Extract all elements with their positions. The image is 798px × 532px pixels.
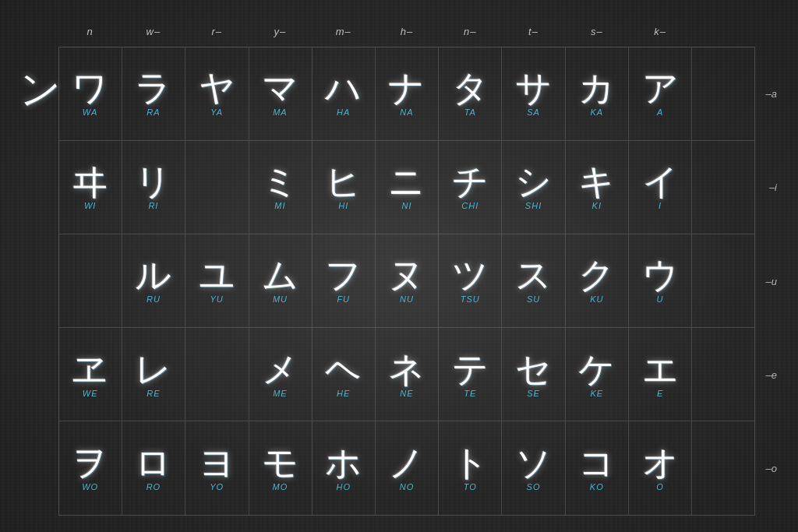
kana-char-he: ヘ (325, 351, 362, 387)
kana-char-ke: ケ (578, 351, 615, 387)
kana-char-yo: ヨ (199, 445, 235, 481)
kana-romanji-ra: RA (147, 107, 160, 117)
kana-char-no: ノ (388, 445, 425, 481)
kana-char-ha: ハ (325, 70, 362, 106)
kana-romanji-yo: YO (210, 482, 224, 491)
kana-char-mu: ム (262, 257, 298, 293)
kana-cell-ye-empty (185, 328, 249, 421)
kana-char-so: ソ (515, 445, 552, 481)
kana-cell-we: ヱ WE (58, 328, 122, 421)
kana-cell-ro: ロ RO (122, 421, 185, 515)
column-headers: n w– r– y– m– h– n– t– s (58, 17, 755, 47)
kana-cell-empty-o (692, 421, 755, 515)
kana-char-se: セ (515, 351, 552, 387)
kana-char-fu: フ (325, 257, 362, 293)
row-header-u: –u (755, 275, 777, 287)
kana-cell-ha: ハ HA (312, 47, 375, 140)
kana-romanji-sa: SA (527, 107, 540, 117)
kana-romanji-ko: KO (590, 482, 604, 491)
kana-romanji-mi: MI (274, 201, 285, 210)
kana-cell-ma: マ MA (249, 47, 312, 140)
kana-char-sa: サ (515, 70, 552, 106)
kana-romanji-e: E (657, 389, 663, 398)
kana-char-we: ヱ (72, 351, 108, 387)
kana-romanji-mo: MO (273, 482, 288, 491)
kana-char-ni: ニ (388, 164, 425, 199)
kana-cell-mi: ミ MI (249, 140, 312, 234)
kana-cell-fu: フ FU (312, 234, 375, 327)
kana-romanji-ru: RU (147, 294, 161, 304)
kana-cell-hi: ヒ HI (312, 140, 375, 234)
col-header-m: m– (312, 17, 375, 47)
kana-romanji-ha: HA (337, 107, 350, 117)
kana-cell-u: ウ U (628, 234, 691, 327)
kana-romanji-ne: NE (400, 389, 413, 398)
kana-cell-empty-u (692, 234, 755, 327)
kana-romanji-nu: NU (400, 294, 414, 304)
kana-char-ra: ラ (135, 70, 171, 106)
kana-char-wo: ヲ (72, 445, 108, 481)
kana-cell-me: メ ME (249, 328, 312, 421)
kana-romanji-ma: MA (273, 107, 288, 117)
kana-characters-grid: ワ WA ラ RA ヤ YA マ MA ハ HA ナ NA (58, 47, 755, 516)
col-header-h: h– (375, 17, 438, 47)
kana-char-u: ウ (642, 257, 679, 293)
kana-romanji-ku: KU (590, 294, 603, 304)
kana-romanji-a: A (657, 107, 663, 117)
kana-romanji-wo: WO (82, 482, 98, 491)
kana-romanji-me: ME (273, 389, 288, 398)
col-header-r: r– (185, 17, 249, 47)
kana-cell-te: テ TE (439, 328, 502, 421)
kana-cell-tsu: ツ TSU (439, 234, 502, 327)
kana-char-me: メ (262, 351, 298, 387)
kana-cell-ne: ネ NE (375, 328, 438, 421)
kana-cell-empty-i (692, 140, 755, 234)
col-header-y: y– (249, 17, 312, 47)
kana-cell-he: ヘ HE (312, 328, 375, 421)
kana-char-ne: ネ (388, 351, 425, 387)
kana-romanji-ki: KI (592, 201, 602, 210)
kana-cell-a: ア A (628, 47, 691, 140)
col-header-s: s– (565, 17, 628, 47)
kana-cell-wa: ワ WA (58, 47, 122, 140)
kana-romanji-ro: RO (147, 482, 161, 491)
kana-cell-shi: シ SHI (502, 140, 565, 234)
kana-char-ho: ホ (325, 445, 362, 481)
kana-romanji-wa: WA (83, 107, 98, 117)
kana-romanji-ta: TA (464, 107, 476, 117)
kana-cell-mo: モ MO (249, 421, 312, 515)
kana-romanji-we: WE (83, 389, 98, 398)
kana-char-ya: ヤ (199, 70, 235, 106)
kana-cell-yu: ユ YU (185, 234, 249, 327)
kana-cell-na: ナ NA (375, 47, 438, 140)
kana-romanji-te: TE (464, 389, 476, 398)
kana-romanji-ri: RI (148, 201, 158, 210)
kana-char-hi: ヒ (325, 164, 362, 199)
kana-char-tsu: ツ (452, 257, 489, 293)
kana-char-wa: ワ (72, 70, 108, 106)
kana-cell-ri: リ RI (122, 140, 185, 234)
kana-char-ku: ク (578, 257, 615, 293)
kana-romanji-ka: KA (590, 107, 603, 117)
kana-char-yu: ユ (199, 257, 235, 293)
kana-romanji-tsu: TSU (461, 294, 480, 304)
kana-cell-mu: ム MU (249, 234, 312, 327)
kana-romanji-su: SU (527, 294, 540, 304)
kana-romanji-na: NA (400, 107, 413, 117)
kana-cell-ya: ヤ YA (185, 47, 249, 140)
kana-romanji-wi: WI (84, 201, 96, 210)
kana-romanji-chi: CHI (461, 201, 478, 210)
kana-romanji-he: HE (337, 389, 350, 398)
kana-char-ri: リ (135, 164, 171, 199)
katakana-grid-container: n w– r– y– m– h– n– t– s (21, 17, 777, 516)
kana-cell-sa: サ SA (502, 47, 565, 140)
kana-cell-ra: ラ RA (122, 47, 185, 140)
kana-char-ro: ロ (135, 445, 171, 481)
kana-char-e: エ (642, 351, 679, 387)
chalkboard-background: n w– r– y– m– h– n– t– s (0, 0, 798, 532)
kana-romanji-o: O (656, 482, 664, 491)
kana-char-re: レ (135, 351, 171, 387)
kana-romanji-i: I (659, 201, 662, 210)
kana-cell-ku: ク KU (565, 234, 628, 327)
kana-char-ko: コ (578, 445, 615, 481)
